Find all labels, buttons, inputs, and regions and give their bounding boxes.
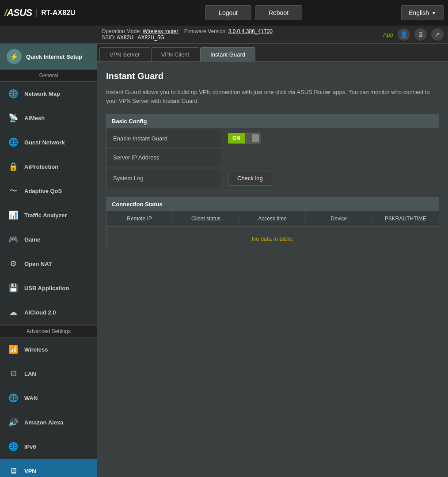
aicloud-icon: ☁ [7,306,20,319]
sidebar-item-label: WAN [24,395,38,401]
usb-application-icon: 💾 [7,281,20,295]
sidebar-item-label: Open NAT [24,261,52,267]
no-data-message: No data in table. [106,227,439,251]
general-section-header: General [0,70,97,82]
enable-instant-guard-label: Enable Instant Guard [106,130,221,147]
status-info: Operation Mode: Wireless router Firmware… [102,28,273,41]
network-map-icon: 🌐 [7,87,20,100]
page-description: Instant Guard allows you to build up VPN… [106,88,439,105]
model-name: RT-AX82U [36,9,75,17]
sidebar-item-label: USB Application [24,285,69,292]
quick-internet-setup[interactable]: ⚡ Quick Internet Setup [0,44,97,70]
app-label: App [383,31,393,38]
connection-status-header: Connection Status [106,197,439,211]
sidebar-item-usb-application[interactable]: 💾 USB Application [0,276,97,300]
tab-instant-guard[interactable]: Instant Guard [200,47,255,62]
firmware-value[interactable]: 3.0.0.4.386_41700 [228,28,273,34]
col-access-time: Access time [239,211,306,226]
server-ip-value: - [221,150,439,165]
server-ip-text: - [228,154,230,161]
connection-status-section: Connection Status Remote IP Client statu… [106,197,439,251]
sidebar-item-label: Network Map [24,91,60,97]
sidebar-item-label: AiMesh [24,115,45,121]
ssid-label: SSID: [102,34,115,41]
sidebar-item-aicloud[interactable]: ☁ AiCloud 2.0 [0,300,97,325]
language-label: English [409,9,429,16]
quick-setup-icon: ⚡ [7,49,22,64]
sidebar-item-label: Amazon Alexa [24,419,63,426]
ipv6-icon: 🌐 [7,440,20,453]
sidebar-item-guest-network[interactable]: 🌐 Guest Network [0,130,97,155]
sidebar-item-label: Traffic Analyzer [24,212,67,219]
user-icon[interactable]: 👤 [398,28,410,41]
basic-config-header: Basic Config [106,114,439,128]
tab-vpn-client[interactable]: VPN Client [151,47,200,61]
sidebar-item-ipv6[interactable]: 🌐 IPv6 [0,435,97,459]
operation-mode-label: Operation Mode: [102,28,141,34]
open-nat-icon: ⚙ [7,257,20,270]
asus-logo: /ASUS [4,7,32,19]
sidebar-item-wireless[interactable]: 📶 Wireless [0,337,97,362]
guest-network-icon: 🌐 [7,136,20,149]
status-bar: Operation Mode: Wireless router Firmware… [0,26,448,44]
basic-config-section: Basic Config Enable Instant Guard ON Ser… [106,114,439,190]
sidebar-item-label: AiProtection [24,163,58,170]
aimesh-icon: 📡 [7,111,20,125]
tab-vpn-client-label: VPN Client [161,51,190,58]
col-remote-ip: Remote IP [106,211,173,226]
sidebar-item-traffic-analyzer[interactable]: 📊 Traffic Analyzer [0,203,97,227]
toggle-on-label: ON [228,133,245,144]
check-log-button[interactable]: Check log [228,171,272,186]
tab-vpn-server-label: VPN Server [110,51,140,58]
sidebar-item-lan[interactable]: 🖥 LAN [0,362,97,386]
wireless-icon: 📶 [7,343,20,356]
sidebar: ⚡ Quick Internet Setup General 🌐 Network… [0,44,97,477]
system-log-value: Check log [221,167,439,190]
page-title: Instant Guard [106,71,439,81]
monitor-icon[interactable]: 🖥 [414,28,427,41]
toggle-switch[interactable] [245,132,261,144]
logo-area: /ASUS RT-AX82U [4,7,106,19]
table-header-row: Remote IP Client status Access time Devi… [106,211,439,227]
main-layout: ⚡ Quick Internet Setup General 🌐 Network… [0,44,448,477]
sidebar-item-adaptive-qos[interactable]: 〜 Adaptive QoS [0,179,97,203]
language-button[interactable]: English ▼ [401,5,444,20]
sidebar-item-aimesh[interactable]: 📡 AiMesh [0,106,97,130]
sidebar-item-label: Game [24,236,40,243]
tab-vpn-server[interactable]: VPN Server [99,47,150,61]
tab-instant-guard-label: Instant Guard [210,51,245,58]
ssid2[interactable]: AX82U_5G [137,34,164,41]
tabs-bar: VPN Server VPN Client Instant Guard [97,44,448,62]
enable-instant-guard-row: Enable Instant Guard ON [106,128,439,149]
ssid1[interactable]: AX82U [117,34,133,41]
content-area: VPN Server VPN Client Instant Guard Inst… [97,44,448,477]
vpn-icon: 🖥 [7,464,20,477]
top-buttons: Logout Reboot [106,5,401,20]
operation-mode-value[interactable]: Wireless router [143,28,178,34]
quick-setup-label: Quick Internet Setup [26,53,82,60]
server-ip-row: Server IP Address - [106,149,439,167]
enable-instant-guard-value: ON [221,128,439,148]
sidebar-item-game[interactable]: 🎮 Game [0,227,97,252]
sidebar-item-network-map[interactable]: 🌐 Network Map [0,82,97,106]
col-device: Device [306,211,372,226]
page-content: Instant Guard Instant Guard allows you t… [97,62,448,267]
lan-icon: 🖥 [7,367,20,380]
sidebar-item-label: AiCloud 2.0 [24,309,56,316]
reboot-button[interactable]: Reboot [255,5,302,20]
logout-button[interactable]: Logout [205,5,251,20]
sidebar-item-open-nat[interactable]: ⚙ Open NAT [0,252,97,276]
status-icons: App 👤 🖥 ↗ [383,28,444,41]
game-icon: 🎮 [7,233,20,246]
language-area: English ▼ [401,5,444,20]
sidebar-item-label: Wireless [24,346,48,353]
sidebar-item-label: VPN [24,468,36,474]
sidebar-item-aiprotection[interactable]: 🔒 AiProtection [0,155,97,179]
sidebar-item-label: Adaptive QoS [24,188,62,194]
sidebar-item-wan[interactable]: 🌐 WAN [0,386,97,410]
firmware-label: Firmware Version: [184,28,227,34]
share-icon[interactable]: ↗ [431,28,444,41]
sidebar-item-amazon-alexa[interactable]: 🔊 Amazon Alexa [0,410,97,435]
toggle-container[interactable]: ON [228,132,261,144]
sidebar-item-vpn[interactable]: 🖥 VPN [0,459,97,477]
